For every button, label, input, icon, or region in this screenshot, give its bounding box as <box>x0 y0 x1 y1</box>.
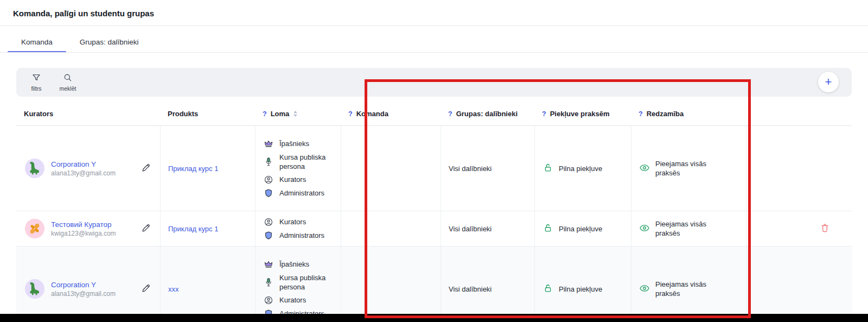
search-icon <box>63 73 73 85</box>
table-toolbar: filtrs meklēt + <box>16 68 852 97</box>
column-header-produkts: Produkts <box>160 109 255 125</box>
role-item: Kurators <box>263 175 306 185</box>
team-cell <box>341 211 441 246</box>
person-icon <box>263 175 274 185</box>
role-item: Kurators <box>263 295 306 305</box>
avatar-dinosaur <box>25 159 44 178</box>
table-row: Corporation Y alana13ty@gmail.com xxx Īp… <box>16 247 852 322</box>
curator-name-link[interactable]: Corporation Y <box>51 160 116 168</box>
actions-cell <box>746 247 852 322</box>
roles-cell: Kurators Administrators <box>255 211 341 246</box>
role-item: Administrators <box>263 188 324 198</box>
pencil-icon <box>141 162 151 174</box>
curator-cell: Corporation Y alana13ty@gmail.com <box>16 247 160 322</box>
person-icon <box>263 217 274 227</box>
person-icon <box>263 295 274 305</box>
team-cell <box>341 126 441 211</box>
pencil-icon <box>141 283 151 295</box>
curator-cell: Тестовий Куратор kwiga123@kwiga.com <box>16 211 160 246</box>
page-title: Komanda, palīgi un studentu grupas <box>13 9 154 18</box>
role-item: Īpašnieks <box>263 260 309 269</box>
group-members-cell: Visi dalībnieki <box>441 247 534 322</box>
crown-icon <box>263 139 274 149</box>
visibility-cell: Pieejamas visās praksēs <box>631 211 746 246</box>
curator-email: kwiga123@kwiga.com <box>51 230 116 237</box>
tabs-divider <box>0 52 868 53</box>
practice-access-cell: Pilna piekļuve <box>534 126 631 211</box>
crown-icon <box>263 260 274 269</box>
avatar-dinosaur <box>25 279 44 299</box>
role-item: Kursa publiska persona <box>263 273 335 292</box>
roles-cell: Īpašnieks Kursa publiska persona Kurator… <box>255 247 341 322</box>
group-members-cell: Visi dalībnieki <box>441 126 534 211</box>
column-header-redzamiba: ? Redzamība <box>631 109 746 125</box>
table-row: Corporation Y alana13ty@gmail.com Прикла… <box>16 126 852 211</box>
avatar-butterfly <box>25 219 44 238</box>
search-button[interactable]: meklēt <box>58 73 78 92</box>
filter-button[interactable]: filtrs <box>26 73 47 92</box>
product-link[interactable]: Приклад курс 1 <box>168 225 218 233</box>
help-icon[interactable]: ? <box>348 110 353 118</box>
role-item: Kurators <box>263 217 306 227</box>
pencil-icon <box>141 223 151 235</box>
add-button[interactable]: + <box>818 72 839 92</box>
visibility-cell: Pieejamas visās praksēs <box>631 126 746 211</box>
role-item: Īpašnieks <box>263 139 309 149</box>
roles-cell: Īpašnieks Kursa publiska persona Kurator… <box>255 126 341 211</box>
product-link[interactable]: xxx <box>168 285 179 293</box>
table-header-row: Kurators Produkts ? Loma ? Komanda ? Gru… <box>16 109 852 126</box>
tab-grupas-dalibnieki[interactable]: Grupas: dalībnieki <box>66 31 152 52</box>
shield-icon <box>263 231 274 241</box>
letterbox-bar <box>0 314 868 322</box>
product-cell: Приклад курс 1 <box>160 211 255 246</box>
team-cell <box>341 247 441 322</box>
help-icon[interactable]: ? <box>448 110 452 118</box>
actions-cell <box>746 211 852 246</box>
actions-cell <box>746 126 852 211</box>
tab-komanda[interactable]: Komanda <box>8 31 66 52</box>
column-header-actions <box>746 109 852 125</box>
lock-open-icon <box>542 162 553 175</box>
role-item: Administrators <box>263 231 324 241</box>
column-header-loma: ? Loma <box>255 109 341 125</box>
table-row: Тестовий Куратор kwiga123@kwiga.com Прик… <box>16 211 852 247</box>
header-divider <box>0 26 868 26</box>
edit-button[interactable] <box>141 283 151 295</box>
column-header-komanda: ? Komanda <box>341 109 441 125</box>
column-header-grupas-dalibnieki: ? Grupas: dalībnieki <box>441 109 534 125</box>
curator-cell: Corporation Y alana13ty@gmail.com <box>16 126 160 211</box>
product-cell: xxx <box>160 247 255 322</box>
practice-access-cell: Pilna piekļuve <box>534 247 631 322</box>
role-item: Kursa publiska persona <box>263 153 335 171</box>
help-icon[interactable]: ? <box>542 110 546 118</box>
product-link[interactable]: Приклад курс 1 <box>168 165 218 173</box>
edit-button[interactable] <box>141 223 151 235</box>
visibility-cell: Pieejamas visās praksēs <box>631 247 746 322</box>
search-label: meklēt <box>60 85 76 92</box>
edit-button[interactable] <box>141 162 151 174</box>
trash-icon <box>820 223 830 235</box>
curator-name-link[interactable]: Тестовий Куратор <box>51 220 116 229</box>
lock-open-icon <box>542 223 553 235</box>
shield-icon <box>263 188 274 198</box>
curators-table: Kurators Produkts ? Loma ? Komanda ? Gru… <box>16 109 852 322</box>
curator-email: alana13ty@gmail.com <box>51 169 116 177</box>
eye-icon <box>639 283 650 295</box>
microphone-icon <box>263 157 274 167</box>
help-icon[interactable]: ? <box>263 110 267 118</box>
eye-icon <box>639 162 650 175</box>
help-icon[interactable]: ? <box>639 110 643 118</box>
curator-name-link[interactable]: Corporation Y <box>51 281 116 289</box>
sort-icon[interactable] <box>293 111 298 117</box>
filter-label: filtrs <box>31 85 41 92</box>
eye-icon <box>639 223 650 235</box>
tab-bar: Komanda Grupas: dalībnieki <box>8 31 152 52</box>
practice-access-cell: Pilna piekļuve <box>534 211 631 246</box>
delete-button[interactable] <box>820 223 830 235</box>
microphone-icon <box>263 277 274 287</box>
column-header-kurators: Kurators <box>16 109 160 125</box>
curator-email: alana13ty@gmail.com <box>51 290 116 298</box>
product-cell: Приклад курс 1 <box>160 126 255 211</box>
column-header-piekluve-praksem: ? Piekļuve praksēm <box>534 109 631 125</box>
filter-icon <box>31 73 41 85</box>
